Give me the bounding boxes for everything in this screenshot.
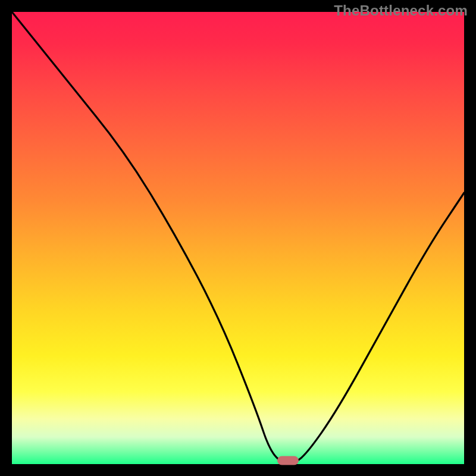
optimal-marker: [277, 456, 299, 465]
bottleneck-curve: [12, 12, 464, 464]
plot-area: [12, 12, 464, 464]
curve-layer: [12, 12, 464, 464]
watermark-text: TheBottleneck.com: [334, 2, 468, 19]
chart-frame: TheBottleneck.com: [0, 0, 476, 476]
